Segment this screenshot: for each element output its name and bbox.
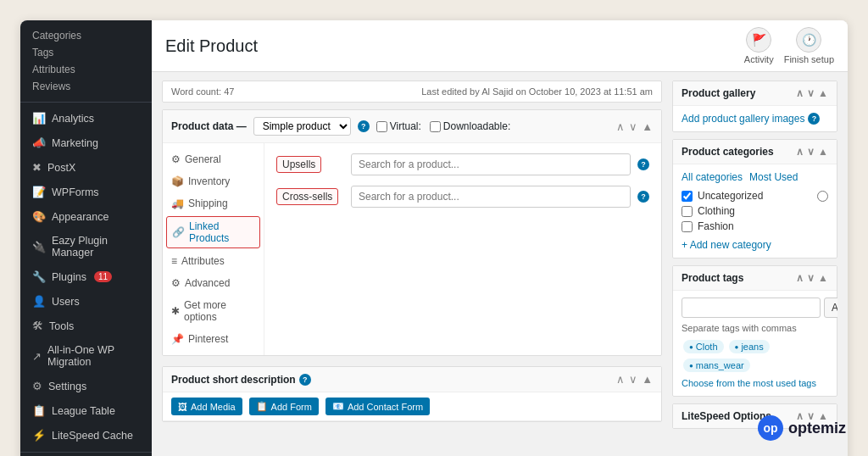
sidebar-item-postx[interactable]: ✖ PostX [20,155,152,180]
gallery-info-icon[interactable]: ? [808,113,820,125]
short-description-label: Product short description ? [171,374,311,386]
upsells-info-icon[interactable]: ? [637,158,649,170]
sidebar-item-league-table[interactable]: 📋 League Table [20,398,152,423]
pinterest-icon: 📌 [171,333,184,345]
finish-setup-button[interactable]: 🕐 Finish setup [784,27,834,64]
add-form-button[interactable]: 📋 Add Form [249,398,319,415]
categories-collapse-up[interactable]: ∧ [796,146,804,158]
virtual-label: Virtual: [376,120,421,132]
activity-icon: 🚩 [746,27,771,53]
tab-general[interactable]: ⚙ General [163,148,264,170]
product-data-controls[interactable]: ∧ ∨ ▲ [616,120,653,133]
product-data-header: Product data — Simple product ? Virtual: [163,110,661,143]
sidebar-item-analytics[interactable]: 📊 Analytics [20,106,152,131]
add-new-category-link[interactable]: + Add new category [682,239,828,251]
shipping-icon: 🚚 [171,197,184,209]
short-desc-info-icon[interactable]: ? [299,374,311,386]
uncategorized-radio[interactable] [817,191,828,202]
eazy-plugin-icon: 🔌 [32,241,46,253]
crosssells-info-icon[interactable]: ? [637,191,649,203]
tags-add-button[interactable]: Add [824,298,837,318]
crosssells-label: Cross-sells [276,188,338,205]
gallery-collapse-down[interactable]: ∨ [807,87,815,99]
product-gallery-controls[interactable]: ∧ ∨ ▲ [796,87,828,99]
add-media-icon: 🖼 [178,402,187,412]
gallery-expand[interactable]: ▲ [818,87,828,99]
gallery-collapse-up[interactable]: ∧ [796,87,804,99]
finish-setup-icon: 🕐 [796,27,821,53]
categories-expand[interactable]: ▲ [818,146,828,158]
sidebar-item-settings[interactable]: ⚙ Settings [20,374,152,398]
collapse-menu-button[interactable]: « Collapse menu [20,452,152,456]
product-gallery-header: Product gallery ∧ ∨ ▲ [673,81,837,106]
get-more-icon: ✱ [171,305,180,317]
short-desc-controls[interactable]: ∧ ∨ ▲ [616,373,653,386]
tag-chip-mans-wear[interactable]: mans_wear [683,359,750,372]
page-body: Word count: 47 Last edited by Al Sajid o… [152,72,848,456]
crosssells-input[interactable] [351,186,631,208]
uncategorized-checkbox[interactable] [682,191,693,202]
product-gallery-widget: Product gallery ∧ ∨ ▲ Add product galler… [672,81,837,132]
main-content: Edit Product 🚩 Activity 🕐 Finish setup [152,20,848,456]
all-categories-link[interactable]: All categories [682,171,743,183]
tab-inventory[interactable]: 📦 Inventory [163,170,264,192]
product-gallery-content: Add product gallery images ? [673,106,837,131]
tab-shipping[interactable]: 🚚 Shipping [163,192,264,214]
choose-tags-link[interactable]: Choose from the most used tags [682,378,816,388]
plugins-icon: 🔧 [32,270,46,283]
tab-get-more-options[interactable]: ✱ Get more options [163,294,264,328]
downloadable-label: Downloadable: [430,120,510,132]
sidebar-item-marketing[interactable]: 📣 Marketing [20,131,152,155]
sidebar-divider [20,102,152,103]
tag-chip-jeans[interactable]: jeans [729,340,770,353]
sidebar-item-litespeed[interactable]: ⚡ LiteSpeed Cache [20,423,152,448]
tag-chip-cloth[interactable]: Cloth [683,340,724,353]
tags-desc: Separate tags with commas [682,323,828,333]
product-type-info[interactable]: ? [358,120,370,132]
downloadable-checkbox[interactable] [430,121,441,132]
product-type-select[interactable]: Simple product [253,117,351,136]
sidebar-item-appearance[interactable]: 🎨 Appearance [20,204,152,229]
tags-collapse-down[interactable]: ∨ [807,272,815,284]
add-gallery-images-link[interactable]: Add product gallery images ? [682,113,828,125]
sidebar-item-users[interactable]: 👤 Users [20,289,152,314]
most-used-link[interactable]: Most Used [749,171,798,183]
clothing-checkbox[interactable] [682,206,693,217]
expand-icon: ▲ [642,373,653,386]
add-media-button[interactable]: 🖼 Add Media [171,398,242,415]
linked-products-content: Upsells ? Cross-sells [264,143,661,355]
sidebar-item-reviews[interactable]: Reviews [32,78,152,95]
sidebar-item-tools[interactable]: 🛠 Tools [20,314,152,338]
tags-input-row: Add [682,298,828,318]
linked-products-fields: Upsells ? Cross-sells [276,153,649,208]
upsells-input[interactable] [351,153,631,175]
add-contact-form-button[interactable]: 📧 Add Contact Form [326,398,430,415]
tags-collapse-up[interactable]: ∧ [796,272,804,284]
sidebar-item-categories[interactable]: Categories [32,27,152,44]
categories-collapse-down[interactable]: ∨ [807,146,815,158]
tab-linked-products[interactable]: 🔗 Linked Products [166,216,260,248]
product-categories-header: Product categories ∧ ∨ ▲ [673,140,837,164]
activity-button[interactable]: 🚩 Activity [744,27,774,64]
tab-attributes[interactable]: ≡ Attributes [163,250,264,272]
chevron-down-icon: ∨ [629,373,637,386]
sidebar-item-all-in-one[interactable]: ↗ All-in-One WP Migration [20,338,152,374]
sidebar-item-tags[interactable]: Tags [32,44,152,61]
sidebar-item-eazy-plugin[interactable]: 🔌 Eazy Plugin Manager [20,229,152,264]
fashion-checkbox[interactable] [682,221,693,232]
tags-input[interactable] [682,298,821,318]
tags-expand[interactable]: ▲ [818,272,828,284]
product-categories-content: All categories Most Used Uncategorized C… [673,164,837,258]
virtual-checkbox[interactable] [376,121,387,132]
last-edited: Last edited by Al Sajid on October 10, 2… [421,86,653,97]
product-tags-controls[interactable]: ∧ ∨ ▲ [796,272,828,284]
tab-advanced[interactable]: ⚙ Advanced [163,272,264,294]
tab-pinterest[interactable]: 📌 Pinterest [163,328,264,350]
sidebar-item-wpforms[interactable]: 📝 WPForms [20,180,152,204]
short-description-section: Product short description ? ∧ ∨ ▲ [162,366,662,422]
linked-products-icon: 🔗 [172,226,185,238]
sidebar-item-plugins[interactable]: 🔧 Plugins 11 [20,264,152,289]
product-categories-controls[interactable]: ∧ ∨ ▲ [796,146,828,158]
sidebar-item-attributes[interactable]: Attributes [32,61,152,78]
category-item-uncategorized: Uncategorized [682,188,828,203]
